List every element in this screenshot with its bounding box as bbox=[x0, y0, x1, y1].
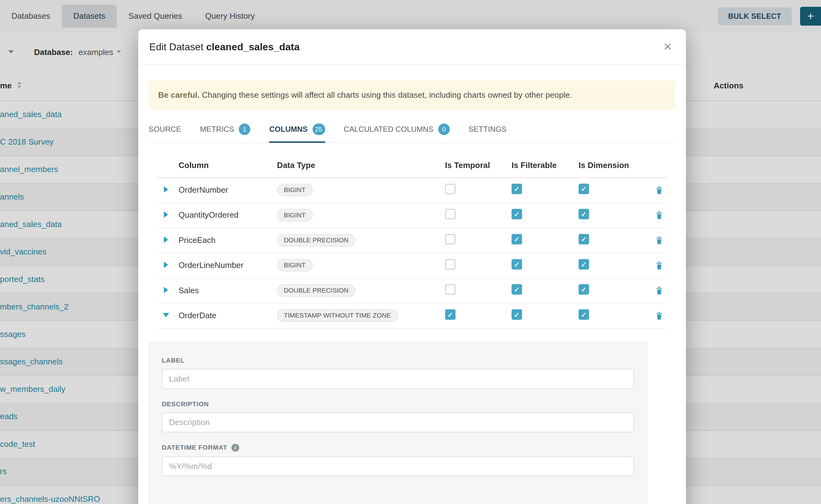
column-name: PriceEach bbox=[179, 236, 277, 245]
is-temporal-checkbox[interactable] bbox=[445, 309, 456, 320]
description-input[interactable] bbox=[162, 412, 634, 432]
column-name: QuantityOrdered bbox=[179, 210, 277, 220]
is-dimension-checkbox[interactable] bbox=[579, 284, 589, 295]
modal-tabs: SOURCE METRICS1 COLUMNS25 CALCULATED COL… bbox=[149, 118, 675, 143]
column-row: Sales DOUBLE PRECISION bbox=[157, 278, 666, 303]
delete-column-button[interactable] bbox=[655, 286, 667, 295]
column-name: OrderLineNumber bbox=[179, 261, 277, 270]
warning-banner: Be careful. Changing these settings will… bbox=[149, 81, 675, 110]
info-icon[interactable]: i bbox=[231, 444, 239, 452]
datetime-format-field: DATETIME FORMAT i bbox=[162, 444, 634, 476]
delete-column-button[interactable] bbox=[655, 236, 667, 245]
header-is-dimension: Is Dimension bbox=[579, 161, 644, 170]
tab-metrics[interactable]: METRICS1 bbox=[200, 118, 250, 143]
column-name: Sales bbox=[179, 286, 277, 295]
expand-caret-icon[interactable] bbox=[164, 287, 168, 293]
is-temporal-checkbox[interactable] bbox=[445, 284, 456, 295]
label-field-label: LABEL bbox=[162, 357, 634, 364]
data-type-pill: BIGINT bbox=[277, 259, 312, 272]
expand-caret-icon[interactable] bbox=[164, 211, 168, 218]
column-row: OrderDate TIMESTAMP WITHOUT TIME ZONE bbox=[157, 304, 666, 329]
is-dimension-checkbox[interactable] bbox=[579, 234, 589, 245]
data-type-pill: DOUBLE PRECISION bbox=[277, 284, 355, 297]
column-row: QuantityOrdered BIGINT bbox=[157, 203, 666, 228]
trash-icon bbox=[655, 311, 664, 320]
calculated-columns-count-badge: 0 bbox=[438, 123, 450, 135]
delete-column-button[interactable] bbox=[655, 261, 667, 270]
tab-columns[interactable]: COLUMNS25 bbox=[269, 118, 325, 143]
data-type-pill: TIMESTAMP WITHOUT TIME ZONE bbox=[277, 309, 398, 322]
trash-icon bbox=[655, 185, 664, 194]
column-row: PriceEach DOUBLE PRECISION bbox=[157, 228, 666, 253]
column-name: OrderNumber bbox=[179, 185, 277, 195]
data-type-pill: DOUBLE PRECISION bbox=[277, 234, 355, 246]
collapse-caret-icon[interactable] bbox=[163, 313, 169, 317]
header-is-filterable: Is Filterable bbox=[512, 161, 579, 170]
trash-icon bbox=[655, 211, 664, 220]
metrics-count-badge: 1 bbox=[239, 123, 250, 135]
header-data-type: Data Type bbox=[277, 161, 445, 170]
columns-table: Column Data Type Is Temporal Is Filterab… bbox=[157, 153, 666, 329]
column-detail-editor: LABEL DESCRIPTION DATETIME FORMAT i bbox=[149, 342, 647, 504]
datetime-format-input[interactable] bbox=[162, 456, 634, 476]
is-dimension-checkbox[interactable] bbox=[579, 184, 589, 195]
is-filterable-checkbox[interactable] bbox=[512, 259, 522, 270]
columns-count-badge: 25 bbox=[312, 123, 325, 135]
trash-icon bbox=[655, 261, 664, 270]
header-column: Column bbox=[179, 161, 277, 170]
is-temporal-checkbox[interactable] bbox=[445, 259, 456, 270]
edit-dataset-modal: Edit Dataset cleaned_sales_data × Be car… bbox=[138, 29, 686, 504]
is-temporal-checkbox[interactable] bbox=[445, 184, 456, 195]
data-type-pill: BIGINT bbox=[277, 184, 312, 196]
modal-header: Edit Dataset cleaned_sales_data × bbox=[138, 29, 686, 65]
header-is-temporal: Is Temporal bbox=[445, 161, 512, 170]
description-field-label: DESCRIPTION bbox=[162, 400, 634, 408]
columns-table-header: Column Data Type Is Temporal Is Filterab… bbox=[157, 153, 666, 178]
modal-title: Edit Dataset cleaned_sales_data bbox=[149, 41, 300, 53]
is-temporal-checkbox[interactable] bbox=[445, 209, 456, 220]
delete-column-button[interactable] bbox=[655, 211, 667, 220]
is-dimension-checkbox[interactable] bbox=[579, 259, 589, 270]
modal-body: Be careful. Changing these settings will… bbox=[138, 81, 686, 504]
datetime-format-field-label: DATETIME FORMAT i bbox=[162, 444, 634, 452]
screen: Databases Datasets Saved Queries Query H… bbox=[0, 0, 821, 504]
label-field: LABEL bbox=[162, 357, 634, 389]
expand-caret-icon[interactable] bbox=[164, 237, 168, 243]
tab-settings[interactable]: SETTINGS bbox=[469, 118, 507, 143]
trash-icon bbox=[655, 236, 664, 245]
is-filterable-checkbox[interactable] bbox=[512, 284, 522, 295]
is-dimension-checkbox[interactable] bbox=[579, 309, 589, 320]
data-type-pill: BIGINT bbox=[277, 209, 312, 221]
column-row: OrderLineNumber BIGINT bbox=[157, 253, 666, 278]
delete-column-button[interactable] bbox=[655, 311, 667, 320]
is-filterable-checkbox[interactable] bbox=[512, 309, 522, 320]
label-input[interactable] bbox=[162, 369, 634, 389]
close-icon[interactable]: × bbox=[660, 39, 675, 55]
column-row: OrderNumber BIGINT bbox=[157, 178, 666, 203]
is-filterable-checkbox[interactable] bbox=[512, 209, 522, 220]
description-field: DESCRIPTION bbox=[162, 400, 634, 432]
tab-calculated-columns[interactable]: CALCULATED COLUMNS0 bbox=[344, 118, 450, 143]
expand-caret-icon[interactable] bbox=[164, 262, 168, 268]
trash-icon bbox=[655, 286, 664, 295]
column-name: OrderDate bbox=[179, 311, 277, 320]
tab-source[interactable]: SOURCE bbox=[149, 118, 181, 143]
expand-caret-icon[interactable] bbox=[164, 186, 168, 193]
dataset-name: cleaned_sales_data bbox=[206, 41, 299, 52]
is-filterable-checkbox[interactable] bbox=[512, 184, 522, 195]
is-temporal-checkbox[interactable] bbox=[445, 234, 456, 245]
is-filterable-checkbox[interactable] bbox=[512, 234, 522, 245]
delete-column-button[interactable] bbox=[655, 185, 667, 194]
is-dimension-checkbox[interactable] bbox=[579, 209, 589, 220]
